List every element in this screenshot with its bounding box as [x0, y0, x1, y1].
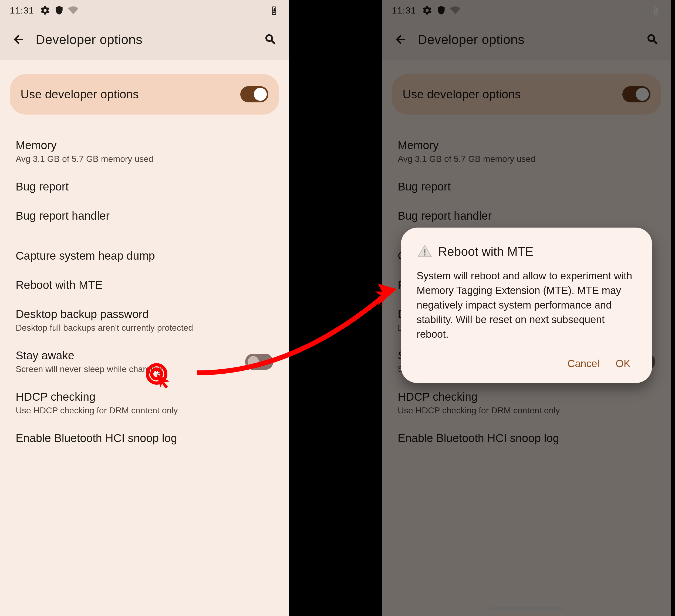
phone-after: 11:31 Dev: [382, 0, 671, 616]
setting-hdcp[interactable]: HDCP checking Use HDCP checking for DRM …: [10, 382, 279, 424]
setting-reboot-mte-title: Reboot with MTE: [16, 279, 273, 291]
gear-icon: [40, 5, 50, 15]
dialog-ok-button[interactable]: OK: [616, 358, 630, 369]
setting-stay-awake[interactable]: Stay awake Screen will never sleep while…: [10, 341, 279, 382]
page-title: Developer options: [35, 32, 142, 47]
battery-icon: [269, 5, 279, 15]
dialog-title: Reboot with MTE: [438, 244, 533, 259]
dialog-body: System will reboot and allow to experime…: [417, 269, 636, 342]
setting-memory-title: Memory: [16, 139, 273, 152]
setting-heap-dump-title: Capture system heap dump: [16, 249, 273, 262]
use-developer-options-label: Use developer options: [20, 87, 240, 101]
setting-stay-awake-sub: Screen will never sleep while charging: [16, 364, 245, 374]
setting-bug-report-handler[interactable]: Bug report handler: [10, 201, 279, 230]
dialog-cancel-button[interactable]: Cancel: [568, 358, 599, 369]
status-bar: 11:31: [0, 0, 289, 19]
setting-hdcp-sub: Use HDCP checking for DRM content only: [16, 406, 273, 416]
setting-hdcp-title: HDCP checking: [16, 391, 273, 403]
setting-bug-report[interactable]: Bug report: [10, 172, 279, 201]
click-annotation-icon: [145, 362, 172, 389]
setting-reboot-mte[interactable]: Reboot with MTE: [10, 270, 279, 299]
use-developer-options-toggle[interactable]: Use developer options: [10, 74, 279, 115]
shield-icon: [54, 5, 64, 15]
phone-before: 11:31 Dev: [0, 0, 289, 616]
setting-heap-dump[interactable]: Capture system heap dump: [10, 241, 279, 270]
status-time: 11:31: [10, 5, 34, 16]
setting-bug-report-handler-title: Bug report handler: [16, 209, 273, 222]
setting-bt-snoop[interactable]: Enable Bluetooth HCI snoop log: [10, 424, 279, 453]
svg-rect-2: [424, 249, 426, 254]
stay-awake-switch[interactable]: [245, 354, 273, 370]
setting-bt-snoop-title: Enable Bluetooth HCI snoop log: [16, 432, 273, 445]
setting-desktop-backup-sub: Desktop full backups aren't currently pr…: [16, 323, 273, 333]
svg-rect-3: [424, 254, 426, 256]
setting-desktop-backup[interactable]: Desktop backup password Desktop full bac…: [10, 299, 279, 341]
reboot-mte-dialog: Reboot with MTE System will reboot and a…: [401, 228, 652, 383]
setting-memory-sub: Avg 3.1 GB of 5.7 GB memory used: [16, 154, 273, 164]
use-developer-options-switch[interactable]: [240, 86, 269, 102]
back-button[interactable]: [11, 32, 26, 47]
warning-icon: [417, 244, 433, 260]
setting-desktop-backup-title: Desktop backup password: [16, 308, 273, 321]
setting-stay-awake-title: Stay awake: [16, 349, 245, 362]
search-button[interactable]: [263, 32, 278, 47]
setting-memory[interactable]: Memory Avg 3.1 GB of 5.7 GB memory used: [10, 131, 279, 172]
wifi-question-icon: [68, 5, 78, 15]
app-bar: Developer options: [0, 19, 289, 60]
setting-bug-report-title: Bug report: [16, 180, 273, 193]
